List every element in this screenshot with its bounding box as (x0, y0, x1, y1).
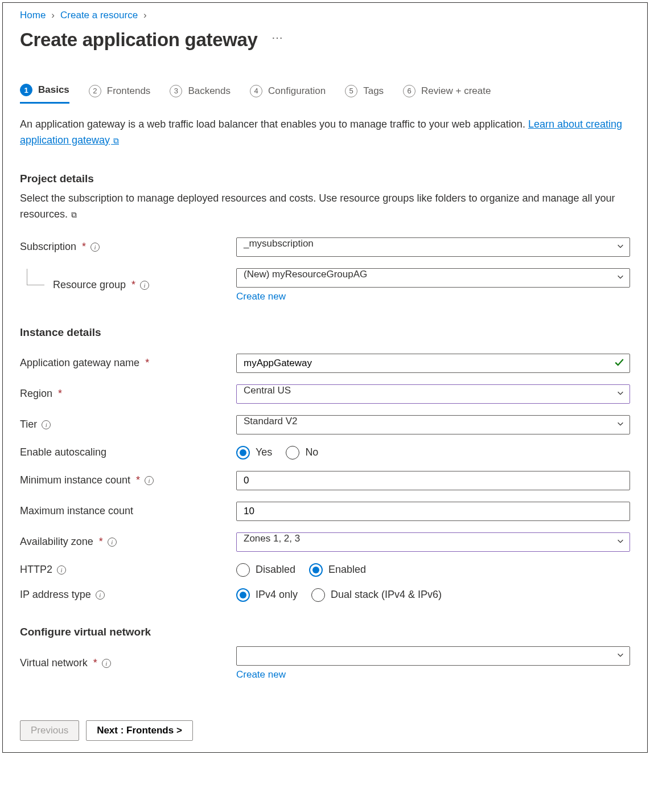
chevron-right-icon: › (143, 10, 147, 21)
info-icon[interactable]: i (102, 659, 111, 668)
ip-type-radio-group: IPv4 only Dual stack (IPv4 & IPv6) (236, 588, 630, 602)
external-link-icon: ⧉ (69, 210, 77, 219)
label-resource-group: Resource group (53, 279, 126, 291)
label-virtual-network: Virtual network (20, 657, 88, 669)
info-icon[interactable]: i (108, 538, 117, 547)
info-icon[interactable]: i (42, 420, 51, 429)
next-button[interactable]: Next : Frontends > (86, 720, 193, 741)
app-gateway-name-input[interactable] (236, 354, 630, 373)
tab-basics[interactable]: 1 Basics (20, 84, 69, 104)
ip-dual-radio[interactable]: Dual stack (IPv4 & IPv6) (311, 588, 442, 602)
max-instance-input[interactable] (236, 502, 630, 521)
info-icon[interactable]: i (57, 565, 66, 575)
page-title: Create application gateway (20, 29, 258, 51)
label-ip-type: IP address type (20, 589, 91, 601)
create-new-rg-link[interactable]: Create new (236, 291, 286, 302)
info-icon[interactable]: i (96, 590, 105, 600)
virtual-network-select[interactable] (236, 646, 630, 666)
http2-disabled-radio[interactable]: Disabled (236, 563, 295, 577)
tab-configuration[interactable]: 4 Configuration (250, 84, 326, 104)
resource-group-select[interactable]: (New) myResourceGroupAG (236, 268, 630, 288)
region-select[interactable]: Central US (236, 384, 630, 404)
breadcrumb: Home › Create a resource › (20, 9, 630, 29)
subscription-select[interactable]: _mysubscription (236, 237, 630, 257)
autoscaling-no-radio[interactable]: No (286, 446, 318, 460)
autoscaling-yes-radio[interactable]: Yes (236, 446, 272, 460)
wizard-tabs: 1 Basics 2 Frontends 3 Backends 4 Config… (20, 84, 630, 104)
ip-v4-radio[interactable]: IPv4 only (236, 588, 298, 602)
min-instance-input[interactable] (236, 471, 630, 490)
info-icon[interactable]: i (140, 281, 149, 290)
info-icon[interactable]: i (145, 476, 154, 485)
autoscaling-radio-group: Yes No (236, 446, 630, 460)
label-availability-zone: Availability zone (20, 536, 93, 548)
section-instance-details: Instance details (20, 326, 630, 339)
http2-radio-group: Disabled Enabled (236, 563, 630, 577)
previous-button: Previous (20, 720, 79, 741)
section-configure-vnet: Configure virtual network (20, 626, 630, 638)
label-tier: Tier (20, 419, 37, 430)
tier-select[interactable]: Standard V2 (236, 415, 630, 434)
project-details-desc: Select the subscription to manage deploy… (20, 191, 630, 223)
label-subscription: Subscription (20, 241, 76, 253)
label-http2: HTTP2 (20, 564, 52, 576)
http2-enabled-radio[interactable]: Enabled (309, 563, 366, 577)
label-region: Region (20, 388, 52, 400)
availability-zone-select[interactable]: Zones 1, 2, 3 (236, 532, 630, 552)
breadcrumb-home[interactable]: Home (20, 10, 46, 21)
more-actions-icon[interactable]: ⋯ (271, 31, 284, 49)
label-enable-autoscaling: Enable autoscaling (20, 446, 106, 458)
breadcrumb-create-resource[interactable]: Create a resource (60, 10, 138, 21)
tab-frontends[interactable]: 2 Frontends (89, 84, 151, 104)
chevron-right-icon: › (51, 10, 55, 21)
info-icon[interactable]: i (90, 243, 100, 252)
section-project-details: Project details (20, 173, 630, 185)
external-link-icon: ⧉ (111, 136, 119, 145)
label-min-instance: Minimum instance count (20, 474, 130, 486)
tab-backends[interactable]: 3 Backends (170, 84, 231, 104)
tab-review-create[interactable]: 6 Review + create (403, 84, 491, 104)
create-new-vnet-link[interactable]: Create new (236, 669, 286, 680)
intro-text: An application gateway is a web traffic … (20, 117, 630, 149)
tab-tags[interactable]: 5 Tags (345, 84, 384, 104)
label-app-gateway-name: Application gateway name (20, 357, 139, 369)
label-max-instance: Maximum instance count (20, 505, 133, 517)
